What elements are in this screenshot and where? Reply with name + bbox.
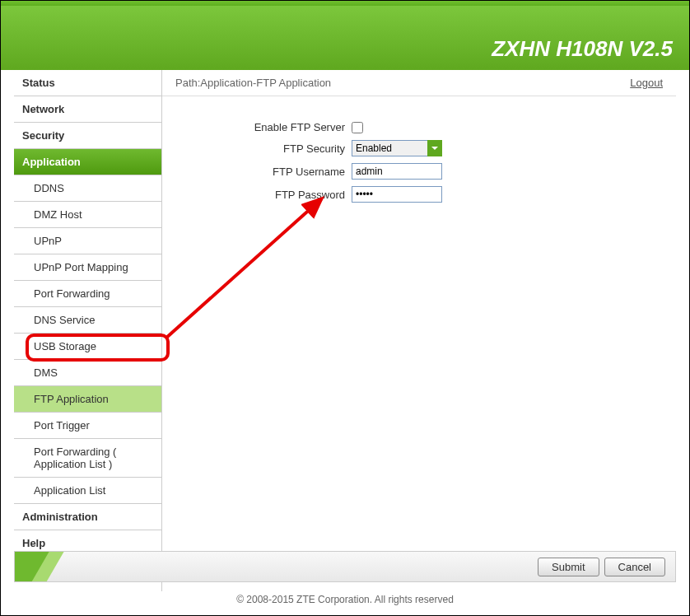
main-content: Path:Application-FTP Application Logout … — [162, 70, 676, 591]
ftp-security-label: FTP Security — [195, 142, 352, 155]
copyright-text: © 2008-2015 ZTE Corporation. All rights … — [1, 594, 689, 605]
sidebar-item-port-trigger[interactable]: Port Trigger — [14, 413, 161, 439]
sidebar-cat-security[interactable]: Security — [14, 123, 161, 149]
sidebar-item-port-forwarding[interactable]: Port Forwarding — [14, 281, 161, 307]
footer-decoration — [15, 552, 81, 581]
sidebar-cat-network[interactable]: Network — [14, 96, 161, 123]
sidebar-item-application-list[interactable]: Application List — [14, 478, 161, 504]
ftp-username-label: FTP Username — [195, 166, 352, 178]
submit-button[interactable]: Submit — [538, 558, 599, 576]
ftp-username-input[interactable] — [352, 163, 442, 180]
product-title: ZXHN H108N V2.5 — [492, 36, 673, 62]
ftp-security-select[interactable]: Enabled — [352, 140, 442, 156]
sidebar-item-dms[interactable]: DMS — [14, 360, 161, 386]
cancel-button[interactable]: Cancel — [604, 558, 665, 576]
sidebar-cat-application[interactable]: Application — [14, 149, 161, 175]
sidebar: Status Network Security Application DDNS… — [14, 70, 162, 591]
sidebar-item-usb-storage[interactable]: USB Storage — [14, 334, 161, 360]
ftp-password-label: FTP Password — [195, 189, 352, 201]
sidebar-item-ddns[interactable]: DDNS — [14, 175, 161, 202]
sidebar-cat-administration[interactable]: Administration — [14, 504, 161, 530]
enable-ftp-label: Enable FTP Server — [195, 121, 352, 133]
sidebar-item-upnp[interactable]: UPnP — [14, 228, 161, 254]
enable-ftp-checkbox[interactable] — [352, 122, 363, 133]
path-bar: Path:Application-FTP Application Logout — [162, 70, 676, 96]
sidebar-item-dns-service[interactable]: DNS Service — [14, 307, 161, 334]
sidebar-item-port-forwarding-app-list[interactable]: Port Forwarding ( Application List ) — [14, 439, 161, 478]
sidebar-item-upnp-port-mapping[interactable]: UPnP Port Mapping — [14, 254, 161, 281]
header: ZXHN H108N V2.5 — [1, 6, 689, 70]
breadcrumb: Path:Application-FTP Application — [175, 77, 331, 89]
logout-link[interactable]: Logout — [630, 77, 663, 89]
ftp-form: Enable FTP Server FTP Security Enabled F… — [162, 96, 676, 234]
sidebar-item-ftp-application[interactable]: FTP Application — [14, 386, 161, 413]
sidebar-item-dmz-host[interactable]: DMZ Host — [14, 202, 161, 228]
sidebar-cat-status[interactable]: Status — [14, 70, 161, 96]
footer-bar: Submit Cancel — [14, 551, 676, 582]
ftp-password-input[interactable] — [352, 186, 442, 203]
